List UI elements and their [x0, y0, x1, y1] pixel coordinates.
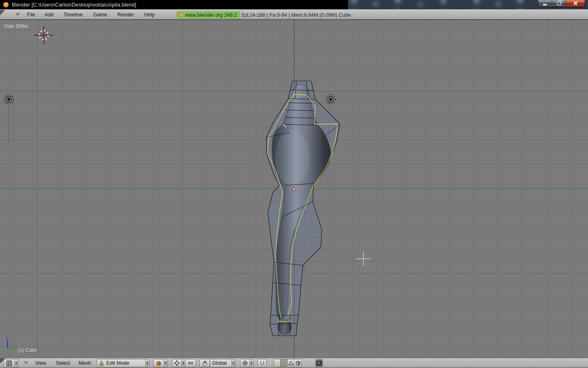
bottom-header: View Select Mesh Edit Mode — [0, 358, 588, 368]
edge-select-icon — [281, 361, 286, 366]
restore-icon — [557, 2, 561, 5]
face-select-button[interactable] — [287, 359, 294, 367]
version-badge-label: www.blender.org 249.2 — [185, 12, 237, 18]
mode-stepper[interactable] — [146, 359, 149, 367]
active-object-label: (1) Cube — [18, 348, 37, 353]
minimize-button[interactable] — [538, 0, 552, 7]
rotation-center-icon — [242, 360, 248, 366]
editor-type-stepper[interactable] — [15, 359, 18, 367]
version-badge[interactable]: www.blender.org 249.2 — [176, 11, 240, 19]
menu-help[interactable]: Help — [144, 12, 155, 18]
close-button[interactable] — [566, 0, 585, 7]
top-header: File Add Timeline Game Render Help www.b… — [0, 9, 588, 20]
view-mode-label: User Ortho — [4, 23, 28, 29]
magnet-icon — [259, 360, 265, 366]
orientation-label: Global — [212, 360, 227, 366]
header-corner-widget[interactable] — [0, 10, 4, 19]
blender-logo-icon — [3, 2, 9, 8]
hand-icon — [202, 360, 208, 366]
menu-view[interactable]: View — [35, 360, 46, 366]
menu-add[interactable]: Add — [45, 12, 53, 18]
editmode-icon — [99, 361, 104, 366]
menu-game[interactable]: Game — [93, 12, 107, 18]
manipulator-button[interactable] — [199, 359, 210, 367]
proportional-falloff-icon — [187, 361, 194, 366]
occlude-geometry-button[interactable] — [294, 359, 302, 367]
solid-cube-icon — [156, 360, 162, 366]
grid-3dview-icon — [6, 360, 12, 366]
menu-select[interactable]: Select — [56, 360, 70, 366]
snap-button[interactable] — [257, 359, 267, 367]
mode-dropdown[interactable]: Edit Mode — [97, 359, 146, 367]
scene-stats: Ed:24-188 | Fa:0-94 | Mem:8.64M (0.09M) … — [242, 12, 351, 18]
pivot-point-button[interactable] — [172, 359, 182, 367]
mouse-crosshair — [356, 251, 371, 266]
axis-y-label: y — [15, 344, 17, 348]
pivot-center-stepper[interactable] — [250, 359, 254, 367]
menu-file[interactable]: File — [27, 12, 35, 18]
draw-type-button[interactable] — [153, 359, 164, 367]
menu-render[interactable]: Render — [117, 12, 134, 18]
render-image-icon — [316, 361, 322, 366]
proportional-edit-button[interactable] — [185, 359, 196, 367]
lamp-object-right[interactable] — [326, 95, 336, 104]
window-controls — [538, 0, 585, 7]
face-select-icon — [288, 361, 294, 366]
body-highlight — [275, 130, 310, 186]
vertex-select-icon — [275, 361, 280, 366]
vertex-select-button[interactable] — [274, 359, 281, 367]
vertex-diamonds-icon — [174, 360, 180, 366]
axis-z-label: z — [6, 336, 8, 340]
close-icon — [573, 1, 578, 6]
titlebar: Blender [C:\Users\Carlos\Desktop\voltaic… — [0, 0, 588, 9]
pivot-point-stepper[interactable] — [182, 359, 185, 367]
axis-gizmo: z x y — [6, 336, 17, 348]
titlebar-left: Blender [C:\Users\Carlos\Desktop\voltaic… — [0, 0, 136, 9]
minimize-icon — [543, 4, 547, 5]
bottom-collapse-icon[interactable] — [24, 361, 29, 365]
cursor-3d — [34, 26, 53, 45]
scene-canvas[interactable]: z x y — [0, 20, 588, 358]
menu-timeline[interactable]: Timeline — [63, 12, 82, 18]
window-title: Blender [C:\Users\Carlos\Desktop\voltaic… — [12, 2, 136, 8]
object-center-dot[interactable] — [292, 188, 295, 191]
mesh-foot-tip — [278, 320, 292, 334]
pivot-center-button[interactable] — [240, 359, 250, 367]
lamp-object-left[interactable] — [4, 95, 14, 141]
occlude-cube-icon — [295, 360, 301, 366]
orientation-dropdown[interactable]: Global — [210, 359, 232, 367]
edge-select-button[interactable] — [281, 359, 287, 367]
axis-x-label: x — [9, 343, 11, 348]
orientation-stepper[interactable] — [232, 359, 236, 367]
editor-type-button[interactable] — [4, 359, 15, 367]
restore-button[interactable] — [552, 0, 566, 7]
viewport-3d[interactable]: z x y User Ortho (1) Cube — [0, 20, 588, 358]
header-collapse-icon[interactable] — [15, 13, 20, 16]
mode-dropdown-label: Edit Mode — [106, 360, 129, 366]
menu-mesh[interactable]: Mesh — [79, 360, 91, 366]
draw-type-stepper[interactable] — [164, 359, 168, 367]
blender-badge-icon — [178, 12, 183, 18]
render-preview-button[interactable] — [315, 359, 323, 367]
